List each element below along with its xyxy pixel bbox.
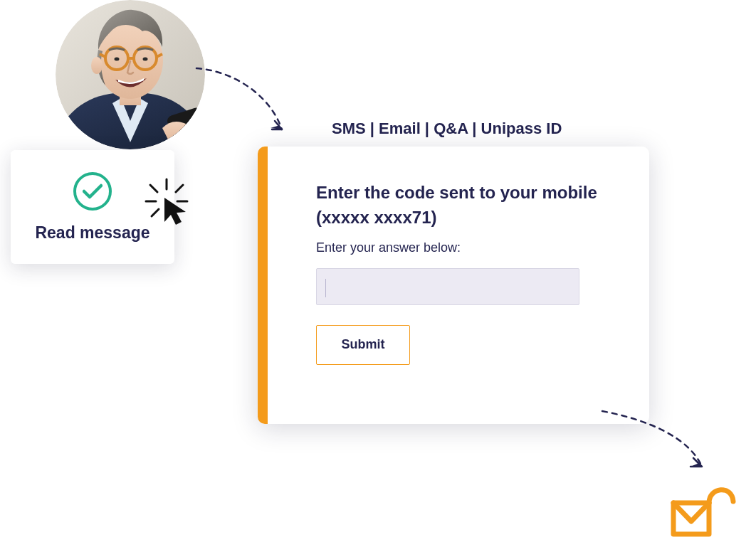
flow-arrow-2 <box>598 405 712 477</box>
verification-card: Enter the code sent to your mobile (xxxx… <box>258 147 649 424</box>
flow-arrow-1 <box>192 64 292 142</box>
card-accent-bar <box>258 147 268 424</box>
svg-point-8 <box>143 58 148 61</box>
submit-button[interactable]: Submit <box>316 325 410 365</box>
unlock-mail-icon <box>671 480 736 537</box>
auth-methods-label: SMS | Email | Q&A | Unipass ID <box>332 119 562 138</box>
svg-line-12 <box>176 185 183 192</box>
verification-title: Enter the code sent to your mobile (xxxx… <box>316 181 607 230</box>
read-message-label: Read message <box>35 223 149 243</box>
svg-point-4 <box>91 57 103 74</box>
user-avatar <box>56 0 205 149</box>
check-circle-icon <box>73 172 112 211</box>
svg-point-7 <box>115 58 120 61</box>
read-message-card[interactable]: Read message <box>11 150 174 264</box>
verification-helper-text: Enter your answer below: <box>316 240 607 255</box>
code-input[interactable] <box>316 268 579 305</box>
